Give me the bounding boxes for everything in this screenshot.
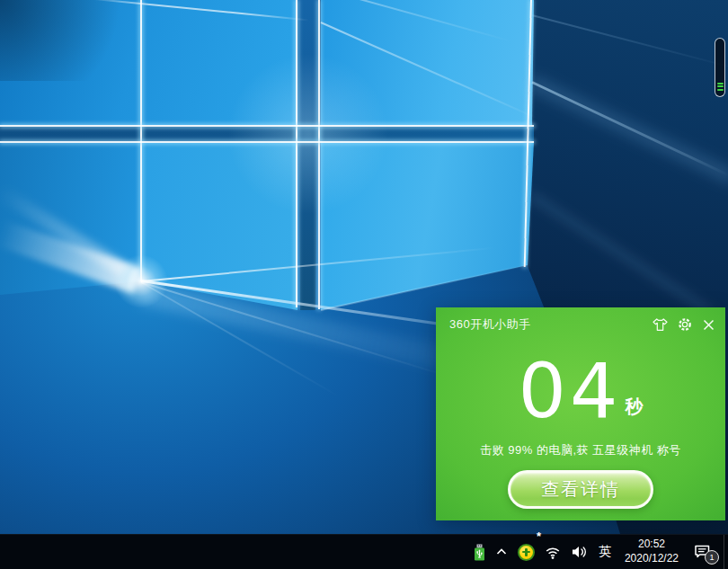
wallpaper-center-glow — [227, 53, 389, 215]
action-center-button[interactable]: 1 — [687, 535, 724, 569]
light-beam — [321, 264, 528, 311]
light-beam — [141, 244, 535, 282]
wallpaper-corner-shadow — [0, 0, 126, 81]
wallpaper-glow-line — [296, 0, 297, 307]
boot-time-value: 04 — [519, 356, 622, 428]
light-beam — [141, 281, 376, 418]
view-details-button[interactable]: 查看详情 — [508, 470, 653, 509]
360-security-icon[interactable] — [513, 535, 539, 569]
boot-rank-message: 击败 99% 的电脑,获 五星级神机 称号 — [436, 442, 725, 458]
popup-title: 360开机小助手 — [449, 316, 643, 333]
ime-language-indicator[interactable]: 英 — [593, 535, 617, 569]
taskbar: * 英 20:52 2020/12/22 — [0, 534, 728, 569]
close-icon[interactable] — [702, 318, 715, 332]
system-tray: * 英 20:52 2020/12/22 — [469, 535, 728, 569]
light-beam — [360, 0, 537, 49]
settings-gear-icon[interactable] — [678, 317, 692, 332]
boot-assistant-popup: 360开机小助手 04 秒 击败 99% 的电脑,获 五星级神机 称号 查看详情 — [436, 307, 725, 520]
volume-icon[interactable] — [566, 535, 593, 569]
light-beam — [532, 14, 728, 69]
taskbar-clock[interactable]: 20:52 2020/12/22 — [617, 538, 687, 565]
light-beam — [531, 81, 728, 176]
usb-device-icon[interactable] — [469, 535, 490, 569]
popup-header: 360开机小助手 — [436, 307, 725, 333]
skin-shirt-icon[interactable] — [653, 318, 668, 332]
wifi-asterisk-badge: * — [537, 529, 541, 543]
boot-time-unit: 秒 — [625, 395, 643, 419]
edge-dock-widget[interactable] — [715, 38, 725, 97]
wallpaper-glow-line — [0, 125, 534, 127]
desktop-screen: 360开机小助手 04 秒 击败 99% 的电脑,获 五星级神机 称号 查看详情 — [0, 0, 728, 569]
hamburger-lines-icon — [717, 81, 724, 92]
clock-time: 20:52 — [638, 538, 665, 552]
hidden-icons-chevron[interactable] — [490, 535, 513, 569]
light-beam — [0, 185, 129, 277]
wallpaper-corner-glow — [114, 254, 168, 308]
light-beam — [528, 191, 714, 316]
wifi-unconnected-icon[interactable]: * — [539, 535, 566, 569]
clock-date: 2020/12/22 — [625, 552, 679, 566]
boot-time: 04 秒 — [436, 340, 725, 428]
notification-count-badge: 1 — [705, 550, 719, 565]
wallpaper-glow-line — [318, 0, 320, 309]
light-beam — [527, 75, 728, 185]
show-desktop-button[interactable] — [724, 535, 728, 569]
wallpaper-glow-line — [0, 141, 534, 143]
